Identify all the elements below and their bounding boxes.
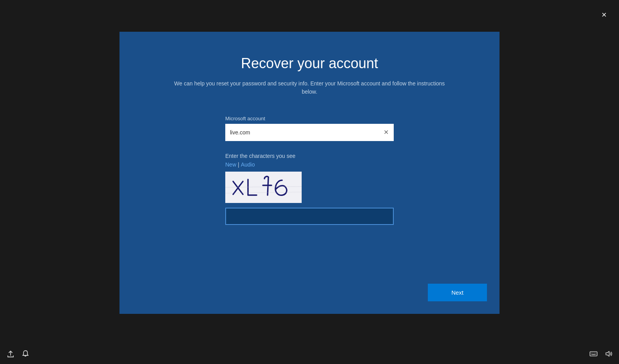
taskbar bbox=[0, 345, 619, 364]
captcha-link-separator: | bbox=[238, 161, 239, 168]
taskbar-left bbox=[6, 350, 30, 360]
next-button[interactable]: Next bbox=[428, 284, 487, 301]
dialog-title: Recover your account bbox=[241, 55, 378, 72]
captcha-input[interactable] bbox=[225, 208, 394, 225]
bell-icon[interactable] bbox=[21, 350, 30, 360]
keyboard-icon[interactable] bbox=[589, 350, 598, 360]
close-button[interactable]: × bbox=[597, 8, 611, 22]
clear-input-button[interactable]: ✕ bbox=[381, 128, 391, 137]
captcha-section: Enter the characters you see New | Audio bbox=[225, 153, 394, 225]
account-input[interactable] bbox=[225, 124, 394, 141]
dialog-subtitle: We can help you reset your password and … bbox=[172, 80, 447, 96]
account-input-wrapper: ✕ bbox=[225, 124, 394, 141]
upload-icon[interactable] bbox=[6, 350, 15, 360]
svg-rect-3 bbox=[590, 351, 597, 356]
captcha-image-box bbox=[225, 172, 302, 203]
captcha-links-row: New | Audio bbox=[225, 161, 394, 168]
captcha-audio-link[interactable]: Audio bbox=[241, 161, 255, 168]
volume-icon[interactable] bbox=[604, 350, 613, 360]
captcha-label: Enter the characters you see bbox=[225, 153, 394, 159]
account-field-section: Microsoft account ✕ bbox=[225, 116, 394, 153]
taskbar-right bbox=[589, 350, 613, 360]
captcha-new-link[interactable]: New bbox=[225, 161, 236, 168]
account-field-label: Microsoft account bbox=[225, 116, 394, 121]
dialog: Recover your account We can help you res… bbox=[119, 32, 500, 314]
